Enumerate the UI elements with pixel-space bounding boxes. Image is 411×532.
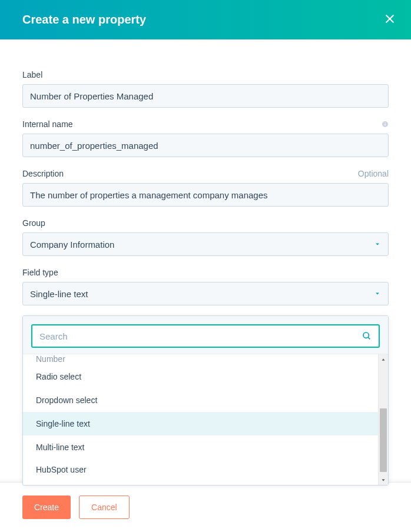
svg-line-6 (368, 337, 370, 339)
description-input[interactable] (22, 183, 389, 207)
field-type-select[interactable]: Single-line text (22, 282, 389, 305)
caret-down-icon (374, 290, 381, 297)
option-multi-line-text[interactable]: Multi-line text (23, 435, 378, 459)
form-body: Label Internal name Description Optional… (0, 39, 411, 305)
internal-name-label: Internal name (22, 119, 73, 129)
label-label: Label (22, 70, 42, 79)
internal-name-input[interactable] (22, 134, 389, 157)
options-list: Number Radio select Dropdown select Sing… (23, 354, 378, 485)
search-input[interactable] (39, 331, 362, 341)
field-label-group: Label (22, 70, 389, 108)
caret-down-icon (374, 241, 381, 248)
option-single-line-text[interactable]: Single-line text (23, 412, 378, 435)
label-input[interactable] (22, 84, 389, 108)
scrollbar[interactable] (378, 354, 388, 485)
field-group-group: Group Company Information (22, 218, 389, 256)
field-type-dropdown: Number Radio select Dropdown select Sing… (22, 315, 389, 486)
field-description-group: Description Optional (22, 169, 389, 207)
scroll-up-arrow-icon[interactable] (379, 354, 388, 364)
cancel-button[interactable]: Cancel (79, 496, 130, 519)
option-number[interactable]: Number (23, 354, 378, 365)
svg-rect-4 (385, 122, 386, 123)
close-button[interactable] (384, 13, 396, 27)
dialog-header: Create a new property (0, 0, 411, 39)
svg-point-5 (363, 332, 369, 338)
field-internal-name-group: Internal name (22, 119, 389, 157)
scroll-down-arrow-icon[interactable] (379, 475, 388, 485)
create-button[interactable]: Create (22, 496, 71, 519)
dropdown-search-box[interactable] (31, 324, 380, 348)
close-icon (384, 13, 396, 27)
scrollbar-thumb[interactable] (380, 408, 387, 472)
field-type-group: Field type Single-line text (22, 268, 389, 305)
group-select[interactable]: Company Information (22, 232, 389, 256)
svg-rect-3 (385, 124, 386, 126)
description-label: Description (22, 169, 64, 178)
dialog-title: Create a new property (22, 13, 146, 26)
group-label: Group (22, 218, 45, 228)
option-radio-select[interactable]: Radio select (23, 365, 378, 388)
optional-tag: Optional (358, 169, 389, 178)
search-icon (362, 331, 372, 341)
dropdown-search-wrap (23, 316, 388, 354)
option-hubspot-user[interactable]: HubSpot user (23, 459, 378, 480)
field-type-select-value: Single-line text (30, 289, 88, 299)
dropdown-options-container: Number Radio select Dropdown select Sing… (23, 354, 388, 485)
info-icon[interactable] (382, 121, 389, 128)
option-dropdown-select[interactable]: Dropdown select (23, 388, 378, 412)
group-select-value: Company Information (30, 240, 114, 250)
field-type-label: Field type (22, 268, 58, 277)
dialog-footer: Create Cancel (0, 482, 411, 532)
